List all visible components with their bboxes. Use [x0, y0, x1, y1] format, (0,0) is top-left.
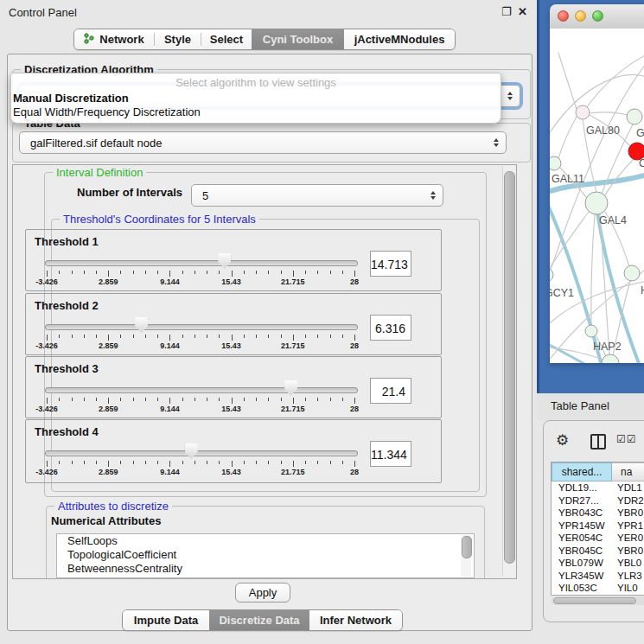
slider-track[interactable]: [45, 324, 358, 330]
tab-infer-network[interactable]: Infer Network: [309, 610, 402, 630]
slider-tick: [182, 461, 183, 464]
number-of-intervals-combobox[interactable]: 5: [191, 184, 443, 207]
threshold-value-field[interactable]: 21.4: [370, 378, 411, 404]
table-row[interactable]: YBR045CYBR0: [552, 545, 644, 558]
network-node-label: GAL80: [586, 124, 620, 137]
slider-tick: [256, 398, 257, 401]
network-node[interactable]: [585, 192, 608, 214]
slider-tick: [108, 461, 109, 467]
slider-track[interactable]: [45, 450, 358, 456]
table-horizontal-scrollbar[interactable]: [552, 596, 644, 605]
slider-tick: [96, 271, 97, 274]
scrollbar-thumb[interactable]: [553, 597, 636, 604]
dropdown-item-equal-width-frequency[interactable]: Equal Width/Frequency Discretization: [13, 105, 497, 119]
zoom-traffic-light-icon[interactable]: [592, 10, 603, 22]
network-node[interactable]: [585, 325, 597, 337]
scrollbar-thumb[interactable]: [462, 536, 472, 558]
slider-tick: [354, 271, 355, 277]
slider-tick: [232, 335, 233, 341]
slider-tick: [96, 461, 97, 464]
slider-tick: [342, 271, 343, 274]
select-columns-checkboxes-icon[interactable]: ☑☑: [616, 433, 637, 445]
slider-tick: [157, 398, 158, 401]
column-header-shared-name[interactable]: shared...: [552, 462, 612, 481]
list-item[interactable]: BetweennessCentrality: [57, 562, 474, 576]
settings-vertical-scrollbar[interactable]: [502, 166, 515, 576]
close-window-icon[interactable]: ✕: [518, 5, 527, 18]
threshold-panel: Threshold 4-3.4262.8599.14415.4321.71528…: [25, 419, 442, 483]
minimize-traffic-light-icon[interactable]: [575, 10, 586, 22]
table-row[interactable]: YER054CYER0: [552, 532, 644, 545]
network-edge[interactable]: [590, 112, 628, 115]
scrollbar-thumb[interactable]: [504, 171, 515, 564]
table-row[interactable]: YPR145WYPR1: [552, 520, 644, 532]
slider-tick: [219, 271, 220, 274]
settings-gear-icon[interactable]: ⚙: [556, 431, 569, 450]
slider-tick: [72, 398, 73, 401]
network-window-titlebar[interactable]: [550, 4, 644, 29]
close-traffic-light-icon[interactable]: [558, 10, 569, 22]
table-row[interactable]: YBL079WYBL0: [552, 557, 644, 570]
table-data-combobox[interactable]: galFiltered.sif default node: [19, 131, 507, 154]
cell-shared-name: YDL19...: [558, 481, 609, 494]
slider-tick: [281, 398, 282, 401]
network-edge[interactable]: [558, 117, 577, 158]
slider-tick: [72, 461, 73, 464]
network-node[interactable]: [550, 156, 561, 170]
numerical-attributes-label: Numerical Attributes: [51, 514, 161, 527]
threshold-label: Threshold 4: [35, 425, 99, 438]
threshold-value-field[interactable]: 6.316: [370, 315, 411, 341]
tab-jactivemnodules[interactable]: jActiveMNodules: [344, 29, 455, 49]
slider-tick: [293, 398, 294, 404]
slider-tick: [145, 335, 146, 338]
slider-tick: [133, 335, 134, 338]
slider-tick: [207, 271, 207, 274]
screenshot-root: Control Panel ❐ ✕ Network Style Select C…: [0, 0, 644, 644]
float-window-icon[interactable]: ❐: [501, 5, 512, 18]
network-node[interactable]: [602, 354, 619, 363]
slider-thumb[interactable]: [218, 253, 231, 269]
columns-icon[interactable]: [590, 434, 606, 450]
slider-tick: [59, 271, 60, 274]
tab-select[interactable]: Select: [201, 29, 252, 49]
table-row[interactable]: YIL053CYIL0: [552, 582, 644, 595]
table-row[interactable]: YBR043CYBR0: [552, 507, 644, 520]
threshold-value-field[interactable]: 11.344: [370, 441, 411, 467]
network-edge[interactable]: [591, 214, 595, 326]
network-edge[interactable]: [584, 54, 644, 111]
slider-tick: [207, 461, 207, 464]
threshold-value-field[interactable]: 14.713: [370, 251, 411, 277]
network-node[interactable]: [576, 105, 590, 119]
slider-track[interactable]: [45, 260, 358, 266]
table-row[interactable]: YDR27...YDR2: [552, 494, 644, 507]
list-item[interactable]: SelfLoops: [57, 534, 474, 548]
slider-tick: [293, 461, 294, 467]
slider-thumb[interactable]: [284, 380, 297, 396]
network-edge[interactable]: [600, 214, 609, 355]
slider-thumb[interactable]: [185, 443, 198, 459]
slider-tick-label: 15.43: [221, 277, 241, 286]
network-canvas[interactable]: GAL80GACGAL11GAL4GCY1HHAP2: [550, 29, 644, 363]
slider-thumb[interactable]: [135, 317, 148, 333]
dropdown-item-manual-discretization[interactable]: Manual Discretization: [13, 92, 497, 105]
network-node[interactable]: [627, 109, 642, 124]
slider-track[interactable]: [45, 387, 358, 393]
attributes-list-scrollbar[interactable]: [461, 535, 471, 577]
apply-button[interactable]: Apply: [235, 583, 290, 603]
tab-cyni-toolbox[interactable]: Cyni Toolbox: [252, 29, 344, 49]
table-row[interactable]: YLR345WYLR3: [552, 570, 644, 583]
network-edge-thick[interactable]: [550, 341, 593, 363]
tab-impute-data[interactable]: Impute Data: [123, 610, 209, 630]
table-row[interactable]: YDL19...YDL1: [552, 481, 644, 494]
list-item[interactable]: TopologicalCoefficient: [57, 548, 474, 562]
slider-tick: [96, 335, 97, 338]
tab-style[interactable]: Style: [155, 29, 201, 49]
network-edge[interactable]: [558, 53, 578, 114]
slider-tick: [157, 271, 158, 274]
column-header-name[interactable]: na: [612, 462, 644, 481]
network-node[interactable]: [550, 268, 553, 282]
cell-shared-name: YIL053C: [558, 582, 609, 595]
network-node[interactable]: [624, 265, 640, 281]
tab-network[interactable]: Network: [74, 29, 154, 49]
tab-discretize-data[interactable]: Discretize Data: [209, 610, 309, 630]
